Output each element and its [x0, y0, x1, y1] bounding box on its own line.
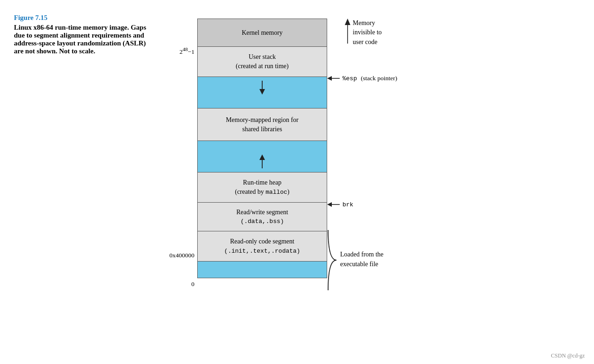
caption-block: Figure 7.15 Linux x86-64 run-time memory…	[14, 14, 158, 355]
seg-heap-label: Run-time heap(created by malloc)	[235, 178, 290, 197]
down-arrow-icon	[258, 81, 267, 95]
seg-user-stack-label: User stack(created at run time)	[236, 52, 289, 70]
addr-label-top: 248−1	[180, 46, 194, 56]
memory-column: Kernel memory User stack(created at run …	[197, 19, 327, 278]
addr-label-0: 0	[191, 281, 194, 288]
seg-ro-label: Read-only code segment(.init,.text,.roda…	[224, 237, 300, 255]
seg-stack-grow	[198, 77, 327, 109]
seg-bottom	[198, 262, 327, 278]
loaded-brace-icon	[327, 230, 337, 290]
seg-heap: Run-time heap(created by malloc)	[198, 172, 327, 203]
loaded-annot: Loaded from theexecutable file	[340, 249, 383, 269]
seg-kernel-label: Kernel memory	[242, 28, 283, 38]
seg-rw-label: Read/write segment(.data,.bss)	[236, 208, 288, 226]
esp-arrow-icon	[327, 75, 340, 82]
svg-marker-5	[345, 19, 350, 25]
figure-title: Linux x86-64 run-time memory image. Gaps…	[14, 24, 148, 55]
svg-marker-3	[259, 154, 265, 160]
svg-marker-1	[259, 89, 265, 95]
esp-annot: %esp (stack pointer)	[327, 75, 397, 82]
esp-desc: (stack pointer)	[359, 75, 397, 82]
mem-invisible-arrow-icon	[343, 19, 352, 44]
seg-mmap-label: Memory-mapped region forshared libraries	[226, 115, 298, 134]
seg-user-stack: User stack(created at run time)	[198, 47, 327, 77]
brk-annot: brk	[327, 201, 353, 208]
seg-mmap: Memory-mapped region forshared libraries	[198, 109, 327, 141]
seg-heap-grow	[198, 141, 327, 172]
seg-rw: Read/write segment(.data,.bss)	[198, 203, 327, 231]
addr-label-400000: 0x400000	[169, 252, 194, 259]
esp-label: %esp	[342, 75, 357, 82]
diagram-area: 248−1 0x400000 0 Kernel memory User stac…	[158, 14, 585, 355]
seg-kernel: Kernel memory	[198, 19, 327, 47]
watermark: CSDN @cd-gz	[551, 352, 585, 359]
up-arrow-icon	[258, 154, 267, 168]
brk-arrow-icon	[327, 201, 340, 208]
mem-invisible-annot: Memoryinvisible touser code	[353, 19, 382, 47]
figure-label: Figure 7.15	[14, 14, 148, 22]
seg-ro: Read-only code segment(.init,.text,.roda…	[198, 231, 327, 262]
brk-label: brk	[342, 201, 353, 208]
svg-marker-9	[327, 202, 332, 207]
svg-marker-7	[327, 76, 332, 81]
